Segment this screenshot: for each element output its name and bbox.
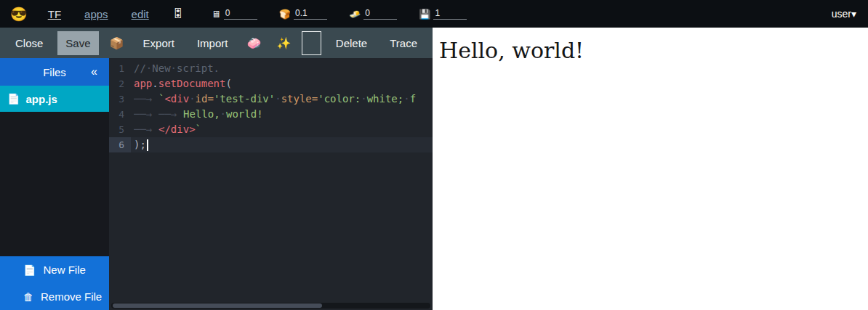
toolbar: CloseSave📦ExportImport🧼✨DeleteTrace (0, 28, 433, 58)
floppy-stat: 💾1 (419, 8, 467, 20)
close-button[interactable]: Close (7, 31, 51, 55)
files-sidebar: Files « 📄app.js 📄New File🗑Remove File (0, 58, 109, 310)
smiley-logo-icon[interactable]: 😎 (10, 6, 28, 23)
trace-button[interactable]: Trace (382, 31, 425, 55)
floppy-stat-icon: 💾 (419, 9, 430, 20)
line-number-1: 1 (109, 61, 131, 76)
code-line-6[interactable]: 6); (109, 137, 433, 152)
new-file-button-label: New File (43, 264, 85, 276)
bread-stat-icon: 🍞 (279, 9, 291, 20)
scrollbar-thumb[interactable] (113, 303, 322, 308)
line-code-6: ); (131, 137, 148, 152)
code-line-1[interactable]: 1//·New·script. (109, 61, 433, 76)
line-code-4: ──→──→Hello,·world! (131, 107, 263, 122)
export-button[interactable]: Export (135, 31, 182, 55)
remove-file-button-label: Remove File (41, 290, 102, 303)
monitor-stat-value: 0 (224, 8, 257, 20)
file-name: app.js (25, 93, 57, 105)
line-code-5: ──→</div>` (131, 122, 201, 137)
nav-links: TFappsedit (48, 8, 172, 20)
control-panel-icon[interactable]: 🎛 (172, 7, 184, 20)
bread-stat: 🍞0.1 (279, 8, 327, 20)
save-button[interactable]: Save (57, 31, 98, 55)
apps-link[interactable]: apps (84, 8, 108, 20)
code-line-4[interactable]: 4──→──→Hello,·world! (109, 107, 433, 122)
file-list: 📄app.js (0, 86, 109, 112)
line-number-3: 3 (109, 91, 131, 107)
code-line-2[interactable]: 2app.setDocument( (109, 76, 433, 91)
butter-stat-icon: 🧈 (349, 9, 361, 20)
floppy-stat-value: 1 (433, 8, 467, 20)
ide-panel: CloseSave📦ExportImport🧼✨DeleteTrace File… (0, 28, 433, 310)
app-preview: Hello, world! (433, 28, 868, 310)
line-code-1: //·New·script. (131, 61, 220, 76)
new-file-button[interactable]: 📄New File (0, 256, 109, 283)
sidebar-spacer (0, 112, 109, 256)
code-line-3[interactable]: 3──→`<div·id='test-div'·style='color:·wh… (109, 91, 433, 107)
preview-heading: Hello, world! (439, 38, 868, 63)
code-line-5[interactable]: 5──→</div>` (109, 122, 433, 137)
soap-button[interactable]: 🧼 (242, 30, 265, 56)
sparkles-button[interactable]: ✨ (272, 30, 295, 56)
delete-button[interactable]: Delete (328, 31, 375, 55)
line-number-2: 2 (109, 76, 131, 91)
collapse-sidebar-icon[interactable]: « (91, 65, 97, 78)
butter-stat-value: 0 (363, 8, 397, 20)
bread-stat-value: 0.1 (294, 8, 327, 20)
workspace: Files « 📄app.js 📄New File🗑Remove File 1/… (0, 58, 433, 310)
monitor-stat: 🖥0 (212, 8, 257, 20)
line-number-6: 6 (109, 137, 131, 152)
code-editor[interactable]: 1//·New·script.2app.setDocument(3──→`<di… (109, 58, 433, 310)
monitor-stat-icon: 🖥 (212, 9, 221, 20)
new-file-button-icon: 📄 (23, 264, 36, 276)
line-code-2: app.setDocument( (131, 76, 232, 91)
status-meters: 🖥0🍞0.1🧈0💾1 (212, 8, 467, 20)
files-header: Files « (0, 58, 109, 86)
user-menu[interactable]: user▾ (832, 8, 856, 20)
butter-stat: 🧈0 (349, 8, 397, 20)
file-actions: 📄New File🗑Remove File (0, 256, 109, 310)
file-icon: 📄 (7, 93, 20, 105)
line-number-5: 5 (109, 122, 131, 137)
code-lines: 1//·New·script.2app.setDocument(3──→`<di… (109, 61, 433, 152)
files-header-title: Files (43, 66, 66, 78)
blank-button[interactable] (302, 31, 321, 55)
tf-link[interactable]: TF (48, 8, 61, 20)
line-code-3: ──→`<div·id='test-div'·style='color:·whi… (131, 91, 416, 107)
topbar: 😎 TFappsedit 🎛 🖥0🍞0.1🧈0💾1 user▾ (0, 0, 868, 28)
remove-file-button-icon: 🗑 (23, 291, 33, 303)
edit-link[interactable]: edit (132, 8, 149, 20)
text-cursor (147, 139, 148, 151)
file-item-app.js[interactable]: 📄app.js (0, 86, 109, 112)
line-number-4: 4 (109, 107, 131, 122)
remove-file-button[interactable]: 🗑Remove File (0, 283, 109, 310)
horizontal-scrollbar[interactable] (111, 303, 430, 309)
package-button[interactable]: 📦 (105, 30, 129, 56)
import-button[interactable]: Import (189, 31, 236, 55)
main-area: CloseSave📦ExportImport🧼✨DeleteTrace File… (0, 28, 868, 310)
